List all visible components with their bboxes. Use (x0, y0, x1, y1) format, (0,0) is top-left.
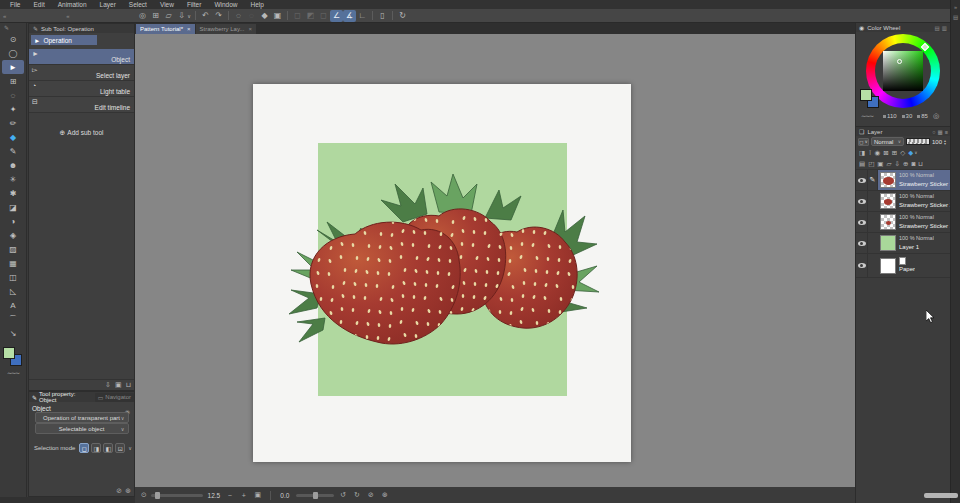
clip-to-layer-below-icon[interactable]: ⊞ (892, 149, 897, 157)
pin-icon[interactable]: ⊺ (868, 149, 871, 157)
collapse-mid-icon[interactable]: « (66, 13, 69, 19)
menu-edit[interactable]: Edit (33, 0, 44, 9)
tab-close-icon[interactable]: × (187, 26, 191, 32)
sv-marker[interactable] (897, 59, 902, 64)
subtool-object[interactable]: ► Object (29, 49, 134, 65)
tab-navigator[interactable]: ▭ Navigator (95, 393, 134, 402)
tool-eyedropper[interactable]: ✏ (2, 116, 24, 130)
panel-menu-icon[interactable]: ≡ (945, 129, 948, 135)
saturation-value-square[interactable] (883, 51, 923, 91)
rotate-view-button[interactable]: ↻ (396, 10, 409, 22)
companion-mode-button[interactable]: ▯ (376, 10, 389, 22)
palette-search-icon[interactable]: ○ (932, 129, 935, 135)
undo-button[interactable]: ↶ (199, 10, 212, 22)
layer-color-chevron[interactable]: ∨ (914, 150, 917, 155)
menu-filter[interactable]: Filter (187, 0, 201, 9)
app-logo-icon[interactable]: ◎ (136, 10, 149, 22)
mesh-transform-button[interactable]: ◩ (304, 10, 317, 22)
layer-color-icon[interactable]: ◆ (908, 149, 913, 157)
tool-figure-drawing[interactable]: ☻ (2, 158, 24, 172)
tool-line-correction[interactable]: ↘ (2, 326, 24, 340)
layer-visibility-toggle[interactable] (856, 170, 868, 190)
tool-move-layer[interactable]: ⊞ (2, 74, 24, 88)
canvas-workspace[interactable] (135, 34, 855, 487)
transfer-to-lower-icon[interactable]: ⇩ (894, 160, 899, 168)
palette-grid-icon[interactable]: ▦ (938, 129, 943, 135)
tool-auto-select[interactable]: ✦ (2, 102, 24, 116)
layer-row[interactable]: ✎ 100 % Normal Strawberry Sticker 2 (856, 191, 951, 212)
tool-balloon[interactable]: ⌒ (2, 312, 24, 326)
redo-button[interactable]: ↷ (212, 10, 225, 22)
tool-ruler[interactable]: ◺ (2, 284, 24, 298)
menu-window[interactable]: Window (214, 0, 237, 9)
selectable-object-dropdown[interactable]: Selectable object ∨ (35, 423, 129, 434)
selection-mode-select-from[interactable]: ⊡ (115, 443, 125, 453)
rotation-slider-thumb[interactable] (313, 492, 318, 499)
lock-transparent-pixels-icon[interactable]: ⊠ (883, 149, 888, 157)
collapse-right-icon[interactable]: » (951, 4, 960, 10)
layer-thumbnail[interactable] (880, 193, 896, 209)
tool-airbrush[interactable]: ✳ (2, 172, 24, 186)
duplicate-sub-tool-icon[interactable]: ▣ (115, 381, 122, 389)
lock-layer-icon[interactable]: ◉ (875, 149, 881, 157)
opacity-slider[interactable] (906, 138, 930, 145)
layer-row[interactable]: ✎ Paper (856, 254, 951, 278)
sub-tool-detail-icon[interactable]: ⊛ (125, 487, 131, 495)
tool-selection[interactable]: ◌ (2, 88, 24, 102)
document-page[interactable] (253, 84, 631, 462)
menu-select[interactable]: Select (129, 0, 147, 9)
spinner-down-icon[interactable]: ▾ (944, 142, 946, 145)
save-options-chevron[interactable]: ∨ (186, 10, 192, 22)
foreground-color-swatch[interactable] (860, 89, 872, 101)
color-slider-tab-icon[interactable]: ▤ (935, 25, 940, 31)
tab-close-icon[interactable]: × (248, 26, 252, 32)
tool-frame-border[interactable]: ◫ (2, 270, 24, 284)
zoom-slider-thumb[interactable] (155, 492, 160, 499)
clear-button[interactable]: ◆ (258, 10, 271, 22)
subtool-light-table[interactable]: ◔ Light table (29, 81, 134, 97)
register-sub-tool-icon[interactable]: ⇩ (105, 381, 111, 389)
layer-visibility-toggle[interactable] (856, 191, 868, 211)
panel-list-icon[interactable]: ▤ (859, 160, 865, 168)
horizontal-scrollbar-thumb[interactable] (924, 493, 958, 498)
tool-pencil[interactable]: ✎ (2, 144, 24, 158)
layer-mask-icon[interactable]: ◨ (859, 149, 865, 157)
reset-all-settings-icon[interactable]: ⊘ (116, 487, 122, 495)
layer-visibility-toggle[interactable] (856, 233, 868, 253)
tool-pan[interactable]: ◯ (2, 46, 24, 60)
tool-eraser[interactable]: ◪ (2, 200, 24, 214)
layer-visibility-toggle[interactable] (856, 212, 868, 232)
select-area-button[interactable]: ▣ (271, 10, 284, 22)
delete-sub-tool-icon[interactable]: ⊔ (126, 381, 131, 389)
new-vector-layer-icon[interactable]: ▣ (877, 160, 883, 168)
layer-thumbnail[interactable] (880, 235, 896, 251)
snap-to-ruler-button[interactable]: ∠ (330, 10, 343, 22)
tab-strawberry-layout[interactable]: Strawberry Lay... × (196, 24, 256, 34)
sub-tool-group-tab[interactable]: ► Operation (31, 35, 97, 45)
transparent-part-dropdown[interactable]: Operation of transparent part ∨ (35, 412, 129, 423)
blend-thumbnail-button[interactable]: ◻∨ (858, 138, 869, 146)
transparent-color-icon[interactable]: ∼∼∼ (0, 369, 26, 376)
deselect-button[interactable]: ◌ (232, 10, 245, 22)
flip-view-button[interactable]: ⊛ (380, 491, 390, 499)
free-transform-button[interactable]: ◻ (317, 10, 330, 22)
snap-to-special-ruler-button[interactable]: ∡ (343, 10, 356, 22)
snap-to-grid-button[interactable]: ∟ (356, 10, 369, 22)
menu-file[interactable]: File (10, 0, 20, 9)
tool-zoom[interactable]: ⊙ (2, 32, 24, 46)
tab-pattern-tutorial[interactable]: Pattern Tutorial* × (136, 24, 195, 34)
new-raster-layer-icon[interactable]: ◰ (868, 160, 874, 168)
blend-mode-select[interactable]: Normal ∨ (871, 137, 904, 146)
layer-row[interactable]: ✎ 100 % Normal Strawberry Sticker 3 (856, 170, 951, 191)
transparent-color-icon[interactable]: ∼∼∼ (861, 112, 873, 119)
reference-layer-icon[interactable]: ◇ (900, 149, 905, 157)
add-sub-tool-button[interactable]: ⊕Add sub tool (29, 129, 134, 137)
hidden-panel-icon[interactable]: ▤ (951, 14, 960, 20)
canvas-artwork[interactable] (253, 84, 631, 462)
rotate-cw-button[interactable]: ↻ (352, 491, 362, 499)
menu-help[interactable]: Help (251, 0, 264, 9)
delete-layer-icon[interactable]: ⊔ (918, 160, 923, 168)
zoom-in-button[interactable]: + (239, 492, 249, 499)
combine-with-lower-icon[interactable]: ⊕ (903, 160, 908, 168)
opacity-spinner[interactable]: ▴▾ (944, 139, 946, 145)
